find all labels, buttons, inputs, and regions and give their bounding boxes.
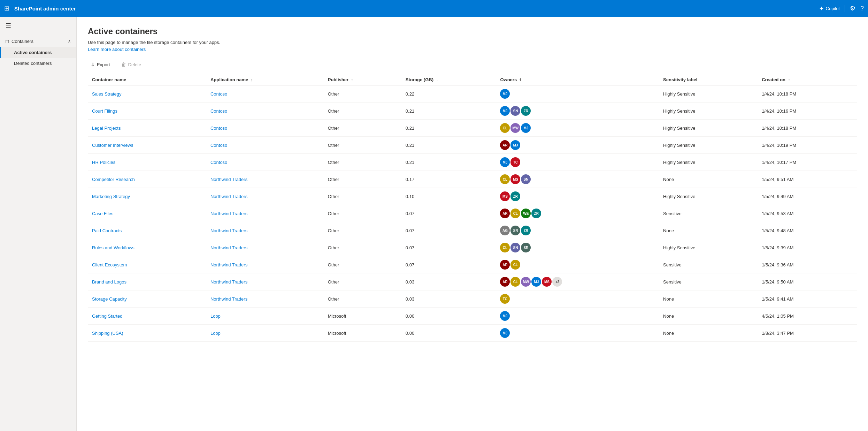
avatars-group: CLMSSN <box>500 174 655 184</box>
app-name-link[interactable]: Northwind Traders <box>210 211 247 216</box>
avatar: MS <box>510 174 520 184</box>
cell-container-name: Client Ecosystem <box>88 256 206 273</box>
app-name-link[interactable]: Northwind Traders <box>210 228 247 233</box>
app-name-link[interactable]: Contoso <box>210 126 227 131</box>
avatar: MW <box>510 123 520 133</box>
sidebar-item-active-containers[interactable]: Active containers <box>0 47 76 58</box>
sidebar-item-deleted-containers[interactable]: Deleted containers <box>0 58 76 69</box>
cell-created: 1/5/24, 9:41 AM <box>758 290 857 308</box>
delete-icon: 🗑 <box>121 62 126 67</box>
delete-button[interactable]: 🗑 Delete <box>118 60 144 69</box>
avatars-group: ARCLWEZR <box>500 209 655 218</box>
cell-app-name: Contoso <box>206 85 324 103</box>
container-name-link[interactable]: HR Policies <box>92 160 115 165</box>
avatar: MJ <box>500 106 510 116</box>
cell-publisher: Other <box>324 137 401 154</box>
app-name-link[interactable]: Northwind Traders <box>210 177 247 182</box>
cell-publisher: Other <box>324 188 401 205</box>
avatars-group: MJTC <box>500 157 655 167</box>
cell-created: 1/5/24, 9:39 AM <box>758 239 857 256</box>
cell-sensitivity: Highly Sensitive <box>659 188 758 205</box>
table-row: Case FilesNorthwind TradersOther0.07ARCL… <box>88 205 857 222</box>
copilot-button[interactable]: ✦ Copilot <box>819 5 845 12</box>
container-name-link[interactable]: Paid Contracts <box>92 228 122 233</box>
col-storage[interactable]: Storage (GB) ↓ <box>401 74 496 85</box>
container-name-link[interactable]: Rules and Workflows <box>92 245 135 250</box>
container-name-link[interactable]: Getting Started <box>92 313 122 319</box>
learn-more-link[interactable]: Learn more about containers <box>88 47 146 52</box>
app-name-link[interactable]: Contoso <box>210 160 227 165</box>
avatar: CL <box>510 277 520 287</box>
avatar: MJ <box>500 311 510 321</box>
avatar: MJ <box>500 89 510 99</box>
cell-sensitivity: None <box>659 325 758 342</box>
avatars-group: TC <box>500 294 655 304</box>
sidebar-section-header[interactable]: □ Containers ∧ <box>0 36 76 47</box>
avatars-group: ARCL <box>500 260 655 270</box>
avatar: CL <box>500 123 510 133</box>
col-application-name[interactable]: Application name ↕ <box>206 74 324 85</box>
app-name-link[interactable]: Northwind Traders <box>210 296 247 302</box>
export-button[interactable]: ⇓ Export <box>88 60 113 69</box>
app-name-link[interactable]: Northwind Traders <box>210 245 247 250</box>
container-name-link[interactable]: Case Files <box>92 211 113 216</box>
app-name-link[interactable]: Northwind Traders <box>210 262 247 267</box>
container-name-link[interactable]: Sales Strategy <box>92 91 122 97</box>
container-name-link[interactable]: Shipping (USA) <box>92 331 123 336</box>
container-name-link[interactable]: Customer Interviews <box>92 143 133 148</box>
table-row: Paid ContractsNorthwind TradersOther0.07… <box>88 222 857 239</box>
avatar: AR <box>500 277 510 287</box>
app-name-link[interactable]: Contoso <box>210 108 227 114</box>
app-name-link[interactable]: Loop <box>210 313 221 319</box>
cell-container-name: Getting Started <box>88 308 206 325</box>
sidebar: ☰ □ Containers ∧ Active containers Delet… <box>0 17 77 431</box>
avatar: TC <box>500 294 510 304</box>
app-name-link[interactable]: Contoso <box>210 91 227 97</box>
cell-storage: 0.21 <box>401 103 496 120</box>
container-name-link[interactable]: Competitor Research <box>92 177 135 182</box>
avatars-group: AGSRZR <box>500 226 655 235</box>
cell-container-name: Competitor Research <box>88 171 206 188</box>
cell-container-name: Sales Strategy <box>88 85 206 103</box>
cell-container-name: HR Policies <box>88 154 206 171</box>
cell-app-name: Northwind Traders <box>206 290 324 308</box>
avatar: ZR <box>510 191 520 201</box>
sidebar-section-label: Containers <box>11 39 33 44</box>
containers-table-container: Container name Application name ↕ Publis… <box>88 74 857 342</box>
cell-publisher: Other <box>324 290 401 308</box>
avatar: MJ <box>500 328 510 338</box>
app-name-link[interactable]: Contoso <box>210 143 227 148</box>
cell-storage: 0.10 <box>401 188 496 205</box>
cell-created: 1/4/24, 10:18 PM <box>758 85 857 103</box>
hamburger-button[interactable]: ☰ <box>0 17 76 34</box>
cell-created: 1/4/24, 10:18 PM <box>758 120 857 137</box>
app-name-link[interactable]: Northwind Traders <box>210 279 247 285</box>
app-name-link[interactable]: Loop <box>210 331 221 336</box>
app-name-link[interactable]: Northwind Traders <box>210 194 247 199</box>
container-name-link[interactable]: Marketing Strategy <box>92 194 130 199</box>
help-icon[interactable]: ? <box>860 5 864 12</box>
col-container-name[interactable]: Container name <box>88 74 206 85</box>
cell-storage: 0.21 <box>401 154 496 171</box>
cell-app-name: Contoso <box>206 137 324 154</box>
app-title: SharePoint admin center <box>14 6 816 12</box>
cell-owners: TC <box>496 290 659 308</box>
container-name-link[interactable]: Legal Projects <box>92 126 121 131</box>
avatar: MS <box>542 277 552 287</box>
cell-owners: ARMJ <box>496 137 659 154</box>
col-publisher[interactable]: Publisher ↕ <box>324 74 401 85</box>
container-name-link[interactable]: Client Ecosystem <box>92 262 127 267</box>
containers-table: Container name Application name ↕ Publis… <box>88 74 857 342</box>
container-name-link[interactable]: Court Filings <box>92 108 117 114</box>
container-name-link[interactable]: Brand and Logos <box>92 279 126 285</box>
col-created[interactable]: Created on ↕ <box>758 74 857 85</box>
cell-sensitivity: None <box>659 171 758 188</box>
col-owners[interactable]: Owners ℹ <box>496 74 659 85</box>
owners-info-icon[interactable]: ℹ <box>520 78 521 82</box>
settings-icon[interactable]: ⚙ <box>850 5 855 12</box>
container-name-link[interactable]: Storage Capacity <box>92 296 127 302</box>
table-row: Shipping (USA)LoopMicrosoft0.00MJNone1/8… <box>88 325 857 342</box>
avatars-group: MSZR <box>500 191 655 201</box>
cell-storage: 0.21 <box>401 137 496 154</box>
cell-owners: CLMWMJ <box>496 120 659 137</box>
